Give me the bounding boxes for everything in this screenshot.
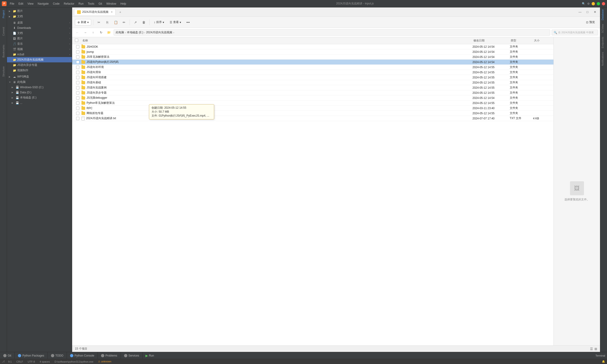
tree-item-drive-more[interactable]: ▶ 💾 ... [7, 100, 72, 105]
nav-back-button[interactable]: ← [74, 29, 80, 36]
row-check[interactable] [74, 107, 81, 110]
nav-refresh-button[interactable]: ↻ [98, 29, 104, 36]
services-tab[interactable]: Services [121, 352, 143, 359]
row-check[interactable] [74, 71, 81, 74]
fm-tab-add-btn[interactable]: + [117, 9, 123, 15]
menu-view[interactable]: View [26, 2, 35, 6]
git-branch-icon[interactable]: ⎇ [2, 360, 5, 363]
notifications-panel-btn[interactable]: Notifications [600, 50, 607, 68]
search-icon[interactable]: 🔍 [582, 2, 585, 5]
endpoints-panel-btn[interactable]: Endpoints [600, 35, 607, 50]
tree-item-2024js[interactable]: 📁 2024JS逆向实战视频 › [7, 57, 72, 62]
table-row[interactable]: JS逆向环境搭建 2024-05-12 14:55 文件夹 [72, 75, 554, 80]
menu-edit[interactable]: Edit [16, 2, 25, 6]
select-all-checkbox[interactable] [75, 39, 78, 42]
col-type[interactable]: 类型 [510, 38, 533, 43]
git-tab[interactable]: Git [0, 352, 15, 359]
view-button[interactable]: ☰ 查看 ▾ [167, 19, 183, 25]
tree-item-video[interactable]: 🎬 视频 › [7, 47, 72, 52]
todo-tab[interactable]: TODO [48, 352, 67, 359]
row-check[interactable] [74, 76, 81, 79]
table-row[interactable]: ≡≡≡ 2024JS逆向实战精讲.txt 2024-07-07 17:40 TX… [72, 116, 554, 121]
minimize-window-btn[interactable]: — [577, 9, 583, 15]
col-date[interactable]: 修改日期 [472, 38, 510, 43]
settings-icon[interactable]: ⚙ [587, 2, 590, 5]
run-tab[interactable]: ▶ Run [143, 352, 157, 359]
commit-panel-btn[interactable]: Commit [2, 25, 5, 38]
scview-panel-btn[interactable]: SCView [600, 22, 607, 35]
table-row[interactable]: Python常见加解密算法 2024-05-12 14:55 文件夹 [72, 101, 554, 106]
table-row[interactable]: JS常见加解密算法 2024-05-12 14:54 文件夹 [72, 54, 554, 60]
python-packages-tab[interactable]: Python Packages [15, 352, 48, 359]
paste-button[interactable]: 📋 [112, 19, 119, 26]
indent[interactable]: 4 spaces [38, 360, 51, 363]
cut-button[interactable]: ✂ [95, 19, 103, 26]
preview-button[interactable]: ⊡ 预览 [584, 19, 597, 25]
grid-view-btn[interactable]: ⊞ [594, 347, 597, 351]
menu-run[interactable]: Run [77, 2, 85, 6]
menu-code[interactable]: Code [51, 2, 62, 6]
table-row[interactable]: JSHOOK 2024-05-12 14:54 文件夹 [72, 44, 554, 49]
table-row-selected[interactable]: JS逆向Python执行JS代码 2024-05-12 14:54 文件夹 [72, 60, 554, 65]
fm-tab-close-btn[interactable]: ✕ [111, 11, 113, 13]
menu-git[interactable]: Git [97, 2, 104, 6]
table-row[interactable]: JS逆向滑块 2024-05-12 14:55 文件夹 [72, 70, 554, 75]
row-check[interactable] [74, 96, 81, 100]
menu-help[interactable]: Help [118, 2, 128, 6]
fm-tab[interactable]: 2024JS逆向实战视频 ✕ [74, 9, 116, 15]
fm-search-bar[interactable]: 🔍 在 2024JS逆向实战视频 中搜索 [552, 30, 598, 35]
new-button[interactable]: ⊕ 新建 ▾ [75, 19, 91, 25]
terminal-btn[interactable]: Terminal [595, 354, 607, 357]
table-row[interactable]: JS逆向补环境 2024-05-12 14:55 文件夹 [72, 65, 554, 70]
warning-badge[interactable]: ⚠ unknown [97, 360, 113, 363]
row-check[interactable] [74, 86, 81, 89]
problems-tab[interactable]: Problems [98, 352, 121, 359]
tree-item-desktop[interactable]: 🖥 桌面 › [7, 20, 72, 25]
python-console-tab[interactable]: Python Console [67, 352, 98, 359]
row-check[interactable] [74, 66, 81, 69]
table-row[interactable]: RPC 2024-03-11 23:40 文件夹 [72, 106, 554, 111]
row-check[interactable] [74, 45, 81, 48]
table-row[interactable]: JS逆向实战案例 2024-05-12 14:55 文件夹 [72, 85, 554, 90]
row-check[interactable] [74, 91, 81, 94]
table-row[interactable]: jsvmp 2024-05-12 14:54 文件夹 [72, 49, 554, 54]
col-name[interactable]: 名称 [81, 38, 472, 43]
menu-refactor[interactable]: Refactor [62, 2, 76, 6]
tree-item-video-edit[interactable]: 📁 视频制作 [7, 68, 72, 73]
row-check[interactable] [74, 117, 81, 120]
project-panel-btn[interactable]: Project [2, 8, 5, 20]
table-row[interactable]: JS逆向异步专题 2024-05-12 14:55 文件夹 [72, 90, 554, 95]
row-check[interactable] [74, 61, 81, 64]
table-row[interactable]: 网络抓包专题 2024-05-12 14:55 文件夹 [72, 111, 554, 116]
notifications-icon[interactable]: 🔔 [602, 360, 605, 363]
col-size[interactable]: 大小 [533, 38, 552, 43]
tree-item-drive-d[interactable]: ▶ 💾 Data (D:) [7, 90, 72, 95]
structure-panel-btn[interactable]: Structure [2, 65, 5, 79]
tree-item-drive-c[interactable]: ▶ 💾 Windows-SSD (C:) [7, 85, 72, 90]
tree-item-downloads[interactable]: ⬇ Downloads › [7, 25, 72, 30]
tree-item-pictures2[interactable]: 🖼 图片 › [7, 36, 72, 41]
bookmarks-panel-btn[interactable]: Bookmarks [2, 43, 5, 59]
tree-item-js-async[interactable]: 📁 JS逆向异步专题 [7, 62, 72, 68]
row-check[interactable] [74, 102, 81, 105]
nav-folder-button[interactable]: 📁 [106, 29, 112, 36]
nav-up-button[interactable]: ↑ [90, 29, 96, 36]
table-row[interactable]: JS逆向基础 2024-05-12 14:55 文件夹 [72, 80, 554, 85]
tree-item-wps[interactable]: ▶ ☁ WPS网盘 [7, 74, 72, 79]
maximize-button[interactable] [597, 2, 600, 5]
row-check[interactable] [74, 112, 81, 115]
line-ending[interactable]: CRLF [15, 360, 25, 363]
close-window-btn[interactable]: ✕ [592, 9, 598, 15]
list-view-btn[interactable]: ☰ [590, 347, 593, 351]
maximize-window-btn[interactable]: □ [584, 9, 591, 15]
menu-file[interactable]: File [8, 2, 16, 6]
sort-button[interactable]: ↕ 排序 ▾ [152, 19, 167, 25]
rename-button[interactable]: ✏ [120, 19, 128, 26]
minimize-button[interactable] [592, 2, 595, 5]
row-check[interactable] [74, 50, 81, 53]
menu-tools[interactable]: Tools [86, 2, 96, 6]
table-row[interactable]: JS无限debugger 2024-05-12 14:54 文件夹 [72, 95, 554, 101]
database-panel-btn[interactable]: Database [600, 7, 607, 22]
copy-button[interactable]: ⎘ [103, 19, 111, 26]
menu-window[interactable]: Window [104, 2, 118, 6]
